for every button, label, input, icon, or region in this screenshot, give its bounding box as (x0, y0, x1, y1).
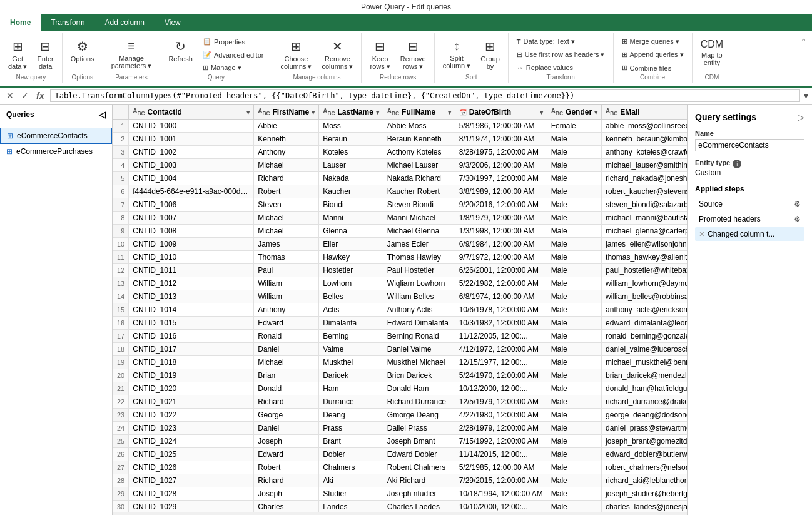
table-cell[interactable]: Male (547, 264, 601, 277)
table-cell[interactable]: CNTID_1028 (129, 487, 254, 501)
table-cell[interactable]: 12/5/1979, 12:00:00 AM (455, 395, 547, 409)
table-cell[interactable]: Anthony (254, 303, 319, 317)
table-cell[interactable]: James Ecler (383, 238, 455, 251)
fullname-filter[interactable]: ▾ (448, 109, 451, 116)
table-cell[interactable]: f4444de5-664e-e911-a9ac-000d3a2d57... (129, 185, 254, 198)
data-grid-wrapper[interactable]: ABC ContactId ▾ ABC FirstName ▾ (113, 105, 687, 512)
col-header-lastname[interactable]: ABC LastName ▾ (319, 105, 383, 120)
table-cell[interactable]: Wiqliarn Lowhorn (383, 277, 455, 290)
table-row[interactable]: 22CNTID_1021RichardDurranceRichard Durra… (113, 395, 688, 409)
table-cell[interactable]: George (254, 409, 319, 422)
table-cell[interactable]: 9/20/2016, 12:00:00 AM (455, 198, 547, 212)
split-column-button[interactable]: ↕ Splitcolumn ▾ (439, 36, 475, 73)
table-cell[interactable]: Richard (254, 474, 319, 487)
table-cell[interactable]: Male (547, 501, 601, 512)
get-data-button[interactable]: ⊞ Getdata ▾ (4, 36, 31, 74)
table-cell[interactable]: CNTID_1013 (129, 290, 254, 303)
table-cell[interactable]: CNTID_1011 (129, 264, 254, 277)
table-cell[interactable]: Charles (254, 501, 319, 512)
table-row[interactable]: 5CNTID_1004RichardNakadaNakada Richard7/… (113, 172, 688, 185)
table-cell[interactable]: Muskthel (319, 356, 383, 369)
table-cell[interactable]: abbie_moss@collinsreedandhoward.com (602, 120, 687, 133)
table-cell[interactable]: Ronald (254, 330, 319, 343)
map-to-entity-button[interactable]: CDM Map toentity (696, 36, 728, 69)
combine-files-button[interactable]: ⊞ Combine files (617, 62, 688, 74)
table-row[interactable]: 12CNTID_1011PaulHostetlerPaul Hostetler6… (113, 264, 688, 277)
table-cell[interactable]: charles_landes@jonesjacksonandcole.com (602, 501, 687, 512)
table-cell[interactable]: donald_ham@hatfieldgutierrez.com (602, 382, 687, 395)
table-cell[interactable]: Deang (319, 409, 383, 422)
table-cell[interactable]: Male (547, 238, 601, 251)
table-cell[interactable]: Kaucher Robert (383, 185, 455, 198)
table-cell[interactable]: robert_chalmers@nelsonandsons.com (602, 461, 687, 474)
table-cell[interactable]: Steven Biondi (383, 198, 455, 212)
table-cell[interactable]: thomas_hawkey@allenltd.com (602, 251, 687, 264)
table-cell[interactable]: Male (547, 487, 601, 501)
table-cell[interactable]: Male (547, 133, 601, 146)
table-cell[interactable]: Female (547, 120, 601, 133)
table-cell[interactable]: 10/6/1978, 12:00:00 AM (455, 303, 547, 317)
table-cell[interactable]: Daricek (319, 369, 383, 382)
tab-add-column[interactable]: Add column (95, 14, 155, 31)
source-settings-icon[interactable]: ⚙ (794, 200, 801, 208)
table-cell[interactable]: 5/8/1986, 12:00:00 AM (455, 120, 547, 133)
table-cell[interactable]: CNTID_1029 (129, 501, 254, 512)
table-cell[interactable]: Brant (319, 435, 383, 448)
query-item-ecommercecontacts[interactable]: ⊞ eCommerceContacts (0, 128, 112, 144)
table-cell[interactable]: William (254, 277, 319, 290)
table-cell[interactable]: Daniel Valme (383, 343, 455, 356)
table-cell[interactable]: Male (547, 290, 601, 303)
fx-icon[interactable]: fx (34, 89, 46, 102)
table-cell[interactable]: William (254, 290, 319, 303)
table-row[interactable]: 7CNTID_1006StevenBiondiSteven Biondi9/20… (113, 198, 688, 212)
table-cell[interactable]: Belles (319, 290, 383, 303)
table-cell[interactable]: ronald_berning@gonzalezwang.com (602, 330, 687, 343)
table-cell[interactable]: CNTID_1008 (129, 225, 254, 238)
table-cell[interactable]: CNTID_1007 (129, 212, 254, 225)
table-cell[interactable]: 7/30/1997, 12:00:00 AM (455, 172, 547, 185)
lastname-filter[interactable]: ▾ (376, 109, 379, 116)
table-cell[interactable]: Kaucher (319, 185, 383, 198)
table-row[interactable]: 17CNTID_1016RonaldBerningBerning Ronald1… (113, 330, 688, 343)
tab-transform[interactable]: Transform (41, 14, 94, 31)
table-cell[interactable]: Muskthel Michael (383, 356, 455, 369)
table-cell[interactable]: michael_lauser@smithinc.com (602, 159, 687, 172)
enter-data-button[interactable]: ⊟ Enterdata (33, 36, 58, 73)
table-cell[interactable]: Richard (254, 395, 319, 409)
dob-filter[interactable]: ▾ (540, 109, 543, 116)
table-row[interactable]: 9CNTID_1008MichaelGlennaMichael Glenna1/… (113, 225, 688, 238)
table-cell[interactable]: Daliel Prass (383, 422, 455, 435)
table-cell[interactable]: Joseph (254, 487, 319, 501)
table-cell[interactable]: Lowhorn (319, 277, 383, 290)
table-cell[interactable]: Eiler (319, 238, 383, 251)
table-cell[interactable]: Biondi (319, 198, 383, 212)
table-cell[interactable]: Hostetler (319, 264, 383, 277)
manage-parameters-button[interactable]: ≡ Manageparameters ▾ (107, 36, 156, 73)
table-row[interactable]: 26CNTID_1025EdwardDoblerEdward Dobler11/… (113, 448, 688, 461)
table-cell[interactable]: Daniel (254, 343, 319, 356)
col-header-email[interactable]: ABC EMail ▾ (602, 105, 687, 120)
table-cell[interactable]: Koteles (319, 146, 383, 159)
table-cell[interactable]: Chalmers (319, 461, 383, 474)
table-cell[interactable]: 6/8/1974, 12:00:00 AM (455, 290, 547, 303)
table-row[interactable]: 13CNTID_1012WilliamLowhornWiqliarn Lowho… (113, 277, 688, 290)
table-cell[interactable]: Male (547, 172, 601, 185)
table-cell[interactable]: 8/1/1974, 12:00:00 AM (455, 133, 547, 146)
table-cell[interactable]: CNTID_1020 (129, 382, 254, 395)
table-cell[interactable]: Edward (254, 317, 319, 330)
table-cell[interactable]: william_lowhorn@daymurphyandherrera.com (602, 277, 687, 290)
table-cell[interactable]: CNTID_1021 (129, 395, 254, 409)
advanced-editor-button[interactable]: 📝 Advanced editor (198, 49, 268, 61)
table-cell[interactable]: richard_nakada@jonesholmesandmooney.com (602, 172, 687, 185)
col-header-gender[interactable]: ABC Gender ▾ (547, 105, 601, 120)
firstname-filter[interactable]: ▾ (312, 109, 315, 116)
table-cell[interactable]: richard_aki@leblancthomas.com (602, 474, 687, 487)
table-cell[interactable]: Joseph (254, 435, 319, 448)
table-cell[interactable]: Hawkey (319, 251, 383, 264)
table-cell[interactable]: Male (547, 303, 601, 317)
table-cell[interactable]: joseph_brant@gomezltd.com (602, 435, 687, 448)
table-cell[interactable]: Michael Lauser (383, 159, 455, 172)
refresh-button[interactable]: ↻ Refresh (164, 36, 197, 66)
table-cell[interactable]: 9/3/2006, 12:00:00 AM (455, 159, 547, 172)
table-cell[interactable]: Anthony (254, 146, 319, 159)
